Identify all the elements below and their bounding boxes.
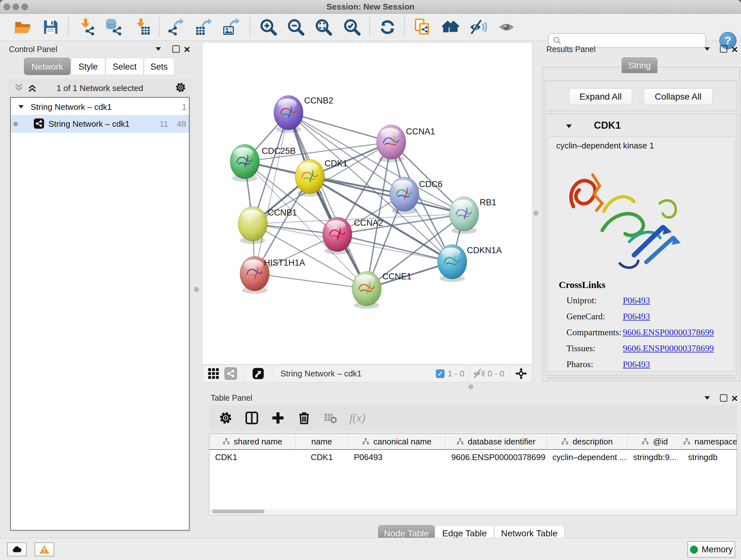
table-row[interactable]: CDK1CDK1P064939606.ENSP00000378699cyclin… <box>209 450 737 464</box>
network-view-toolbar: String Network – cdk1 ✓ 1 - 0 0 - 0 <box>202 365 532 382</box>
export-table-icon[interactable] <box>195 18 212 36</box>
network-edge[interactable] <box>288 113 391 142</box>
column-header-5[interactable]: @id <box>627 434 682 449</box>
add-column-icon[interactable] <box>271 411 285 425</box>
column-type-icon <box>642 438 649 445</box>
vertical-splitter-handle-right[interactable] <box>534 211 538 215</box>
birds-eye-view-icon[interactable] <box>207 367 220 380</box>
table-scrollbar[interactable] <box>210 509 736 514</box>
network-node-HIST1H1A[interactable]: HIST1H1A <box>240 256 305 294</box>
collection-expand-icon[interactable] <box>18 105 23 108</box>
tab-network[interactable]: Network <box>24 58 71 75</box>
network-node-CCNB2[interactable]: CCNB2 <box>274 96 333 133</box>
pan-move-icon[interactable] <box>514 367 528 381</box>
import-database-icon[interactable] <box>105 18 123 36</box>
network-row-selected[interactable]: String Network – cdk1 11 48 <box>11 115 189 133</box>
crosslink-value-link[interactable]: 9606.ENSP00000378699 <box>623 343 714 353</box>
table-cell[interactable]: P06493 <box>348 452 446 462</box>
delete-column-icon[interactable] <box>297 411 311 425</box>
results-scrollbar[interactable] <box>546 377 737 379</box>
tab-style[interactable]: Style <box>71 58 105 75</box>
tab-sets[interactable]: Sets <box>144 58 174 75</box>
table-panel-float-icon[interactable] <box>704 396 710 400</box>
network-node-RB1[interactable]: RB1 <box>449 197 496 234</box>
network-node-CCNB1[interactable]: CCNB1 <box>238 206 297 244</box>
crosslink-value-link[interactable]: P06493 <box>623 359 650 369</box>
table-cell[interactable]: stringdb:9... <box>627 452 682 462</box>
network-node-CDKN1A[interactable]: CDKN1A <box>437 245 502 282</box>
import-table-icon[interactable] <box>134 18 151 36</box>
zoom-selected-icon[interactable] <box>343 18 361 36</box>
expand-all-button[interactable]: Expand All <box>569 88 632 105</box>
save-session-icon[interactable] <box>42 18 60 36</box>
table-cell[interactable]: cyclin–dependent ... <box>547 452 627 462</box>
network-canvas[interactable]: CCNB2CCNA1CDC25BCDK1CDC6RB1CCNB1CCNA2CDK… <box>202 43 532 365</box>
vertical-splitter-handle[interactable] <box>194 287 199 292</box>
table-cell[interactable]: CDK1 <box>209 452 295 462</box>
tab-select[interactable]: Select <box>106 58 144 75</box>
zoom-fit-icon[interactable] <box>315 18 333 36</box>
copy-network-icon[interactable] <box>413 18 431 36</box>
control-panel-float-icon[interactable] <box>156 47 161 51</box>
memory-button[interactable]: Memory <box>687 541 735 558</box>
network-edge[interactable] <box>337 234 452 262</box>
network-edge[interactable] <box>255 273 367 289</box>
table-cell[interactable]: 9606.ENSP00000378699 <box>446 452 547 462</box>
function-builder-icon[interactable]: f(x) <box>349 411 365 425</box>
crosslink-value-link[interactable]: P06493 <box>623 295 650 305</box>
export-network-icon[interactable] <box>166 18 185 36</box>
network-collection-label: String Network – cdk1 <box>30 102 112 112</box>
table-options-gear-icon[interactable] <box>219 411 232 425</box>
results-panel-float-icon[interactable] <box>704 47 710 51</box>
show-columns-icon[interactable] <box>245 411 259 425</box>
netbar-separator <box>509 365 510 382</box>
network-type-icon[interactable] <box>224 367 237 380</box>
column-header-3[interactable]: database identifier <box>446 434 547 449</box>
column-header-2[interactable]: canonical name <box>348 434 446 449</box>
import-network-icon[interactable] <box>78 18 96 36</box>
node-label: HIST1H1A <box>264 258 305 267</box>
delete-table-icon[interactable] <box>323 411 337 425</box>
export-image-icon[interactable] <box>222 18 240 36</box>
control-panel-close-icon[interactable]: × <box>184 45 190 53</box>
tab-string[interactable]: String <box>622 57 657 73</box>
table-scrollbar-thumb[interactable] <box>212 509 265 513</box>
collapse-all-button[interactable]: Collapse All <box>644 88 713 105</box>
network-options-gear-icon[interactable] <box>175 82 186 93</box>
crosslink-value-link[interactable]: 9606.ENSP00000378699 <box>623 327 714 337</box>
column-header-6[interactable]: namespace <box>682 434 737 449</box>
results-panel-close-icon[interactable]: × <box>731 45 738 53</box>
network-node-CCNA2[interactable]: CCNA2 <box>323 217 383 254</box>
open-file-icon[interactable] <box>14 18 31 36</box>
crosslink-value-link[interactable]: P06493 <box>623 311 650 321</box>
network-collection-row[interactable]: String Network – cdk1 1 <box>11 99 189 115</box>
column-header-4[interactable]: description <box>547 434 627 449</box>
cloud-status-button[interactable] <box>7 543 27 557</box>
selected-nodes-checkbox[interactable]: ✓ <box>436 369 445 378</box>
network-graph[interactable]: CCNB2CCNA1CDC25BCDK1CDC6RB1CCNB1CCNA2CDK… <box>203 43 532 364</box>
hide-selected-icon[interactable] <box>469 18 487 36</box>
network-node-CDK1[interactable]: CDK1 <box>295 159 347 197</box>
network-edge[interactable] <box>255 113 288 273</box>
zoom-out-icon[interactable] <box>287 18 305 36</box>
netbar-separator <box>469 365 469 382</box>
column-header-1[interactable]: name <box>295 434 348 449</box>
warnings-button[interactable] <box>35 543 54 557</box>
table-cell[interactable]: CDK1 <box>295 452 348 462</box>
zoom-in-icon[interactable] <box>259 18 277 36</box>
network-node-CDC6[interactable]: CDC6 <box>390 177 443 214</box>
column-header-0[interactable]: shared name <box>209 434 295 449</box>
network-status-dot <box>13 122 18 126</box>
table-panel-maximize-icon[interactable] <box>720 394 727 401</box>
control-panel-maximize-icon[interactable] <box>172 45 180 53</box>
open-in-new-window-icon[interactable] <box>252 367 265 380</box>
show-all-networks-icon[interactable] <box>442 18 460 36</box>
results-panel-maximize-icon[interactable] <box>720 45 727 53</box>
refresh-icon[interactable] <box>379 18 396 36</box>
show-selected-icon[interactable] <box>497 18 515 36</box>
horizontal-splitter-handle[interactable] <box>468 384 473 389</box>
section-collapse-icon[interactable] <box>566 125 572 128</box>
table-panel-close-icon[interactable]: × <box>731 394 738 402</box>
hidden-items-eye-slash-icon[interactable] <box>473 368 484 379</box>
table-cell[interactable]: stringdb <box>682 452 737 462</box>
